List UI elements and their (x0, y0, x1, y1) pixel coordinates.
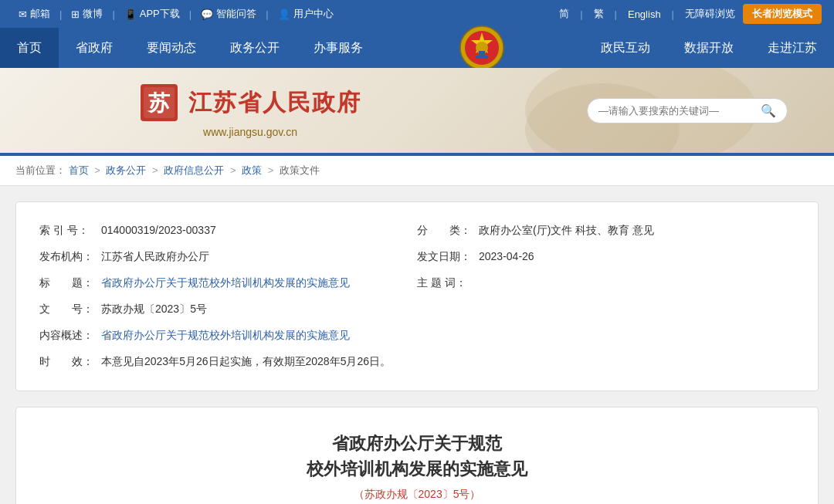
doc-meta-left: 索 引 号： 014000319/2023-00337 发布机构： 江苏省人民政… (39, 218, 417, 375)
sep4: | (266, 8, 268, 20)
doc-date-label: 发文日期： (417, 250, 479, 264)
doc-validity-row: 时 效： 本意见自2023年5月26日起实施，有效期至2028年5月26日。 (39, 349, 417, 375)
doc-ref-row: 索 引 号： 014000319/2023-00337 (39, 218, 417, 244)
sep3: | (189, 8, 192, 20)
doc-summary-row: 内容概述： 省政府办公厅关于规范校外培训机构发展的实施意见 (39, 323, 417, 349)
doc-keywords-label: 主 题 词： (417, 276, 479, 290)
doc-meta-right: 分 类： 政府办公室(厅)文件 科技、教育 意见 发文日期： 2023-04-2… (417, 218, 795, 375)
doc-issuer-row: 发布机构： 江苏省人民政府办公厅 (39, 244, 417, 270)
nav-bar: 首页 省政府 要闻动态 政务公开 办事服务 政民互动 数据开放 走进江苏 (0, 28, 834, 68)
breadcrumb-home[interactable]: 首页 (69, 164, 89, 176)
qa-label: 智能问答 (216, 7, 256, 21)
breadcrumb-gov-open[interactable]: 政务公开 (106, 164, 146, 176)
search-input[interactable] (598, 105, 761, 117)
nav-home[interactable]: 首页 (0, 28, 59, 68)
svg-text:苏: 苏 (147, 91, 171, 115)
svg-rect-5 (476, 56, 488, 59)
breadcrumb-sep1: > (94, 164, 103, 176)
lang-traditional[interactable]: 繁 (591, 7, 607, 21)
doc-num-label: 文 号： (39, 303, 101, 316)
nav-services[interactable]: 办事服务 (297, 28, 380, 68)
breadcrumb-sep2: > (152, 164, 161, 176)
doc-title-label: 标 题： (39, 276, 101, 290)
doc-category-row: 分 类： 政府办公室(厅)文件 科技、教育 意见 (417, 218, 795, 244)
doc-issuer-label: 发布机构： (39, 250, 101, 264)
header-banner: 苏 江苏省人民政府 www.jiangsu.gov.cn 🔍 (0, 68, 834, 153)
doc-date-row: 发文日期： 2023-04-26 (417, 244, 795, 270)
header-center: 苏 江苏省人民政府 www.jiangsu.gov.cn (139, 83, 361, 138)
weibo-link[interactable]: ⊞ 微博 (65, 7, 109, 21)
top-bar-right: 简 | 繁 | English | 无障碍浏览 长者浏览模式 (556, 4, 822, 24)
doc-title-value[interactable]: 省政府办公厅关于规范校外培训机构发展的实施意见 (101, 276, 417, 290)
doc-title-link[interactable]: 省政府办公厅关于规范校外培训机构发展的实施意见 (101, 276, 350, 289)
breadcrumb-sep3: > (230, 164, 239, 176)
doc-summary-label: 内容概述： (39, 329, 101, 343)
lang-sep1: | (577, 8, 585, 20)
main-content: 索 引 号： 014000319/2023-00337 发布机构： 江苏省人民政… (0, 186, 834, 504)
app-link[interactable]: 📱 APP下载 (118, 7, 186, 21)
header-title: 江苏省人民政府 (188, 87, 361, 119)
doc-issuer-value: 江苏省人民政府办公厅 (101, 250, 417, 264)
header-logo-icon: 苏 (139, 83, 179, 123)
lang-english[interactable]: English (625, 8, 664, 20)
nav-gov-open[interactable]: 政务公开 (213, 28, 297, 68)
top-bar-left: ✉ 邮箱 | ⊞ 微博 | 📱 APP下载 | 💬 智能问答 | 👤 用户中心 (12, 7, 340, 21)
nav-province-govt[interactable]: 省政府 (59, 28, 130, 68)
doc-validity-label: 时 效： (39, 355, 101, 369)
doc-keywords-row: 主 题 词： (417, 270, 795, 296)
doc-main-title-line1: 省政府办公厅关于规范 (63, 431, 771, 456)
national-emblem (459, 25, 505, 71)
doc-title-row: 标 题： 省政府办公厅关于规范校外培训机构发展的实施意见 (39, 270, 417, 296)
doc-main-title-line2: 校外培训机构发展的实施意见 (63, 456, 771, 482)
nav-logo-center (380, 25, 584, 71)
doc-category-label: 分 类： (417, 224, 479, 238)
nav-jiangsu[interactable]: 走进江苏 (751, 28, 834, 68)
breadcrumb-sep4: > (268, 164, 276, 176)
breadcrumb-label: 当前位置： (15, 164, 66, 176)
mailbox-link[interactable]: ✉ 邮箱 (12, 7, 56, 21)
nav-data-open[interactable]: 数据开放 (667, 28, 751, 68)
doc-date-value: 2023-04-26 (479, 250, 795, 262)
sep2: | (112, 8, 114, 20)
breadcrumb-bar: 当前位置： 首页 > 政务公开 > 政府信息公开 > 政策 > 政策文件 (0, 156, 834, 186)
lang-simplified[interactable]: 简 (556, 7, 572, 21)
breadcrumb-info-open[interactable]: 政府信息公开 (164, 164, 224, 176)
doc-ref-value: 014000319/2023-00337 (101, 224, 417, 236)
lang-sep2: | (612, 8, 620, 20)
qa-link[interactable]: 💬 智能问答 (195, 7, 263, 21)
elder-mode-button[interactable]: 长者浏览模式 (743, 4, 822, 24)
app-label: APP下载 (140, 7, 180, 21)
doc-title-section: 省政府办公厅关于规范 校外培训机构发展的实施意见 （苏政办规〔2023〕5号） (15, 407, 819, 504)
qa-icon: 💬 (201, 8, 213, 20)
breadcrumb-policy[interactable]: 政策 (242, 164, 262, 176)
doc-sub-title: （苏政办规〔2023〕5号） (63, 488, 771, 502)
lang-sep3: | (669, 8, 677, 20)
mailbox-label: 邮箱 (30, 7, 50, 21)
doc-summary-value[interactable]: 省政府办公厅关于规范校外培训机构发展的实施意见 (101, 329, 417, 343)
sep1: | (59, 8, 62, 20)
top-bar: ✉ 邮箱 | ⊞ 微博 | 📱 APP下载 | 💬 智能问答 | 👤 用户中心 … (0, 0, 834, 28)
search-button[interactable]: 🔍 (761, 103, 776, 118)
doc-meta-grid: 索 引 号： 014000319/2023-00337 发布机构： 江苏省人民政… (39, 218, 795, 375)
doc-summary-link[interactable]: 省政府办公厅关于规范校外培训机构发展的实施意见 (101, 329, 350, 341)
doc-category-value: 政府办公室(厅)文件 科技、教育 意见 (479, 224, 795, 238)
user-label: 用户中心 (293, 7, 334, 21)
nav-interaction[interactable]: 政民互动 (584, 28, 667, 68)
nav-news[interactable]: 要闻动态 (130, 28, 213, 68)
doc-ref-label: 索 引 号： (39, 224, 101, 238)
mail-icon: ✉ (19, 8, 27, 20)
doc-num-row: 文 号： 苏政办规〔2023〕5号 (39, 296, 417, 323)
weibo-icon: ⊞ (71, 8, 80, 20)
doc-main-title: 省政府办公厅关于规范 校外培训机构发展的实施意见 (63, 431, 771, 482)
user-icon: 👤 (278, 8, 290, 20)
accessibility-link[interactable]: 无障碍浏览 (682, 7, 738, 21)
header-url: www.jiangsu.gov.cn (203, 126, 297, 138)
search-icon: 🔍 (761, 104, 776, 117)
header-logo-row: 苏 江苏省人民政府 (139, 83, 361, 123)
user-link[interactable]: 👤 用户中心 (272, 7, 340, 21)
doc-meta-card: 索 引 号： 014000319/2023-00337 发布机构： 江苏省人民政… (15, 201, 819, 391)
app-icon: 📱 (124, 8, 137, 20)
doc-validity-value: 本意见自2023年5月26日起实施，有效期至2028年5月26日。 (101, 355, 417, 369)
weibo-label: 微博 (83, 7, 103, 21)
header-search-box[interactable]: 🔍 (587, 98, 788, 123)
